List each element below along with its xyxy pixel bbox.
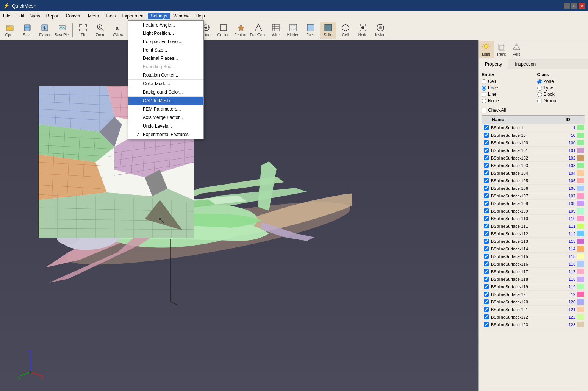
menu-rotation-center[interactable]: Rotation Center... xyxy=(128,71,203,79)
entity-node-radio[interactable] xyxy=(482,99,486,103)
row-check-1[interactable] xyxy=(482,133,490,138)
class-zone-radio[interactable] xyxy=(537,79,542,84)
save-button[interactable]: Save xyxy=(19,22,36,39)
row-checkbox-7[interactable] xyxy=(484,178,489,183)
class-type-radio[interactable] xyxy=(537,86,542,91)
table-row[interactable]: BSplineSurface-117 117 xyxy=(482,268,585,275)
row-checkbox-4[interactable] xyxy=(484,155,489,160)
titlebar-controls[interactable]: — □ ✕ xyxy=(564,3,585,9)
row-check-14[interactable] xyxy=(482,231,490,236)
row-checkbox-18[interactable] xyxy=(484,261,489,266)
table-row[interactable]: BSplineSurface-102 102 xyxy=(482,154,585,162)
table-body[interactable]: BSplineSurface-1 1 BSplineSurface-10 10 … xyxy=(482,124,585,388)
close-button[interactable]: ✕ xyxy=(579,3,585,9)
freeedge-button[interactable]: FreeEdge xyxy=(250,22,267,39)
table-row[interactable]: BSplineSurface-119 119 xyxy=(482,283,585,291)
maximize-button[interactable]: □ xyxy=(571,3,577,9)
table-row[interactable]: BSplineSurface-103 103 xyxy=(482,162,585,169)
feature-button[interactable]: Feature xyxy=(233,22,249,39)
table-row[interactable]: BSplineSurface-1 1 xyxy=(482,124,585,131)
menu-background-color[interactable]: Background Color... xyxy=(128,88,203,96)
zoom-button[interactable]: Zoom xyxy=(92,22,109,39)
node-button[interactable]: Node xyxy=(355,22,371,39)
row-check-18[interactable] xyxy=(482,261,490,266)
row-checkbox-13[interactable] xyxy=(484,224,489,228)
menu-settings[interactable]: Settings xyxy=(148,13,170,19)
menu-feature-angle[interactable]: Feature Angle... xyxy=(128,21,203,29)
menu-color-mode[interactable]: Color Mode... xyxy=(128,80,203,88)
table-row[interactable]: BSplineSurface-122 122 xyxy=(482,313,585,321)
light-button[interactable]: Light xyxy=(479,41,494,58)
pers-button[interactable]: Pers xyxy=(509,41,524,58)
row-checkbox-1[interactable] xyxy=(484,133,489,138)
table-row[interactable]: BSplineSurface-108 108 xyxy=(482,200,585,207)
menu-fem-parameters[interactable]: FEM Parameters... xyxy=(128,105,203,113)
table-row[interactable]: BSplineSurface-101 101 xyxy=(482,147,585,154)
row-check-8[interactable] xyxy=(482,186,490,191)
row-check-15[interactable] xyxy=(482,239,490,244)
row-checkbox-21[interactable] xyxy=(484,284,489,289)
row-check-11[interactable] xyxy=(482,208,490,213)
row-check-0[interactable] xyxy=(482,125,490,130)
table-row[interactable]: BSplineSurface-106 106 xyxy=(482,185,585,192)
row-check-25[interactable] xyxy=(482,314,490,319)
row-check-3[interactable] xyxy=(482,148,490,153)
table-row[interactable]: BSplineSurface-105 105 xyxy=(482,177,585,185)
row-check-19[interactable] xyxy=(482,269,490,274)
viewport[interactable]: z y x xyxy=(0,40,478,391)
table-row[interactable]: BSplineSurface-113 113 xyxy=(482,238,585,245)
trans-button[interactable]: Trans xyxy=(494,41,509,58)
solid-button[interactable]: Solid xyxy=(320,22,336,39)
table-row[interactable]: BSplineSurface-120 120 xyxy=(482,298,585,306)
menu-point-size[interactable]: Point Size... xyxy=(128,46,203,54)
row-checkbox-9[interactable] xyxy=(484,193,489,198)
class-block-radio[interactable] xyxy=(537,92,542,97)
menu-tools[interactable]: Tools xyxy=(102,13,119,19)
menu-perspective-level[interactable]: Perspective Level... xyxy=(128,38,203,46)
table-row[interactable]: BSplineSurface-111 111 xyxy=(482,222,585,230)
table-row[interactable]: BSplineSurface-116 116 xyxy=(482,260,585,268)
table-row[interactable]: BSplineSurface-110 110 xyxy=(482,215,585,222)
row-checkbox-19[interactable] xyxy=(484,269,489,274)
row-checkbox-6[interactable] xyxy=(484,170,489,175)
menu-view[interactable]: View xyxy=(27,13,43,19)
row-check-5[interactable] xyxy=(482,163,490,168)
table-row[interactable]: BSplineSurface-115 115 xyxy=(482,253,585,260)
row-check-17[interactable] xyxy=(482,254,490,259)
menu-cad-to-mesh[interactable]: CAD to Mesh... xyxy=(128,97,203,105)
table-row[interactable]: BSplineSurface-114 114 xyxy=(482,245,585,253)
menu-file[interactable]: File xyxy=(0,13,13,19)
row-checkbox-10[interactable] xyxy=(484,201,489,206)
row-check-13[interactable] xyxy=(482,224,490,228)
row-check-4[interactable] xyxy=(482,155,490,160)
row-checkbox-3[interactable] xyxy=(484,148,489,153)
row-check-9[interactable] xyxy=(482,193,490,198)
table-row[interactable]: BSplineSurface-112 112 xyxy=(482,230,585,238)
row-checkbox-25[interactable] xyxy=(484,314,489,319)
class-group-radio[interactable] xyxy=(537,99,542,103)
menu-mesh[interactable]: Mesh xyxy=(85,13,102,19)
tab-property[interactable]: Property xyxy=(479,59,508,69)
inside-button[interactable]: Inside xyxy=(372,22,389,39)
row-check-20[interactable] xyxy=(482,277,490,282)
tab-inspection[interactable]: Inspection xyxy=(508,59,542,69)
menu-convert[interactable]: Convert xyxy=(63,13,85,19)
row-check-7[interactable] xyxy=(482,178,490,183)
wire-button[interactable]: Wire xyxy=(267,22,284,39)
table-row[interactable]: BSplineSurface-10 10 xyxy=(482,131,585,139)
table-row[interactable]: BSplineSurface-12 12 xyxy=(482,291,585,298)
face-button[interactable]: Face xyxy=(302,22,319,39)
table-row[interactable]: BSplineSurface-123 123 xyxy=(482,321,585,328)
row-check-6[interactable] xyxy=(482,170,490,175)
menu-experiment[interactable]: Experiment xyxy=(119,13,148,19)
menu-undo-levels[interactable]: Undo Levels... xyxy=(128,122,203,130)
table-row[interactable]: BSplineSurface-109 109 xyxy=(482,207,585,215)
row-check-21[interactable] xyxy=(482,284,490,289)
table-row[interactable]: BSplineSurface-104 104 xyxy=(482,169,585,177)
row-checkbox-14[interactable] xyxy=(484,231,489,236)
menu-light-position[interactable]: Light Position... xyxy=(128,29,203,38)
table-row[interactable]: BSplineSurface-107 107 xyxy=(482,192,585,200)
savepict-button[interactable]: SavePict xyxy=(54,22,70,39)
row-checkbox-16[interactable] xyxy=(484,246,489,251)
row-check-12[interactable] xyxy=(482,216,490,221)
